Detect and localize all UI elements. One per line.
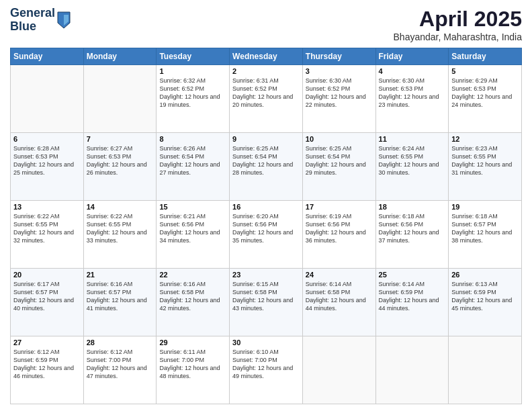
day-cell <box>449 336 522 404</box>
day-cell: 5Sunrise: 6:29 AM Sunset: 6:53 PM Daylig… <box>449 65 522 133</box>
day-number: 3 <box>306 67 373 75</box>
day-info: Sunrise: 6:30 AM Sunset: 6:52 PM Dayligh… <box>306 77 373 109</box>
day-cell: 30Sunrise: 6:10 AM Sunset: 7:00 PM Dayli… <box>230 336 303 404</box>
day-number: 18 <box>379 203 446 211</box>
day-info: Sunrise: 6:31 AM Sunset: 6:52 PM Dayligh… <box>232 77 300 109</box>
day-cell: 13Sunrise: 6:22 AM Sunset: 6:55 PM Dayli… <box>11 201 84 269</box>
day-cell <box>375 336 449 404</box>
day-cell: 14Sunrise: 6:22 AM Sunset: 6:55 PM Dayli… <box>83 201 157 269</box>
day-info: Sunrise: 6:26 AM Sunset: 6:54 PM Dayligh… <box>159 144 226 177</box>
logo-line1: General <box>10 7 55 20</box>
day-number: 8 <box>159 135 226 143</box>
page: General Blue April 2025 Bhayandar, Mahar… <box>0 0 532 411</box>
day-info: Sunrise: 6:16 AM Sunset: 6:57 PM Dayligh… <box>87 280 154 313</box>
day-number: 28 <box>87 338 154 347</box>
day-info: Sunrise: 6:19 AM Sunset: 6:56 PM Dayligh… <box>306 212 373 245</box>
weekday-header-row: SundayMondayTuesdayWednesdayThursdayFrid… <box>11 48 522 65</box>
day-info: Sunrise: 6:17 AM Sunset: 6:57 PM Dayligh… <box>13 280 81 313</box>
day-number: 2 <box>232 67 300 75</box>
logo-line2: Blue <box>10 20 55 34</box>
day-number: 27 <box>13 338 81 347</box>
day-info: Sunrise: 6:22 AM Sunset: 6:55 PM Dayligh… <box>13 212 81 245</box>
day-cell: 11Sunrise: 6:24 AM Sunset: 6:55 PM Dayli… <box>375 133 449 201</box>
day-number: 9 <box>232 135 300 143</box>
day-info: Sunrise: 6:18 AM Sunset: 6:56 PM Dayligh… <box>379 212 446 245</box>
day-number: 15 <box>159 203 226 211</box>
day-number: 10 <box>306 135 373 143</box>
day-number: 11 <box>379 135 446 143</box>
day-number: 21 <box>87 271 154 279</box>
day-cell: 24Sunrise: 6:14 AM Sunset: 6:58 PM Dayli… <box>302 269 375 336</box>
weekday-header-tuesday: Tuesday <box>157 48 230 65</box>
week-row-4: 20Sunrise: 6:17 AM Sunset: 6:57 PM Dayli… <box>11 269 522 336</box>
day-number: 30 <box>232 338 300 347</box>
weekday-header-sunday: Sunday <box>11 48 84 65</box>
day-info: Sunrise: 6:22 AM Sunset: 6:55 PM Dayligh… <box>87 212 154 245</box>
logo-icon <box>56 11 71 30</box>
day-cell: 3Sunrise: 6:30 AM Sunset: 6:52 PM Daylig… <box>302 65 375 133</box>
subtitle: Bhayandar, Maharashtra, India <box>394 32 522 42</box>
weekday-header-monday: Monday <box>83 48 157 65</box>
logo-text: General Blue <box>10 7 55 34</box>
day-info: Sunrise: 6:23 AM Sunset: 6:55 PM Dayligh… <box>451 144 519 177</box>
day-info: Sunrise: 6:11 AM Sunset: 7:00 PM Dayligh… <box>159 348 226 381</box>
day-number: 1 <box>159 67 226 75</box>
day-info: Sunrise: 6:28 AM Sunset: 6:53 PM Dayligh… <box>13 144 81 177</box>
day-info: Sunrise: 6:16 AM Sunset: 6:58 PM Dayligh… <box>159 280 226 313</box>
day-info: Sunrise: 6:12 AM Sunset: 6:59 PM Dayligh… <box>13 348 81 381</box>
day-number: 14 <box>87 203 154 211</box>
weekday-header-saturday: Saturday <box>449 48 522 65</box>
day-number: 16 <box>232 203 300 211</box>
day-cell: 16Sunrise: 6:20 AM Sunset: 6:56 PM Dayli… <box>230 201 303 269</box>
day-number: 22 <box>159 271 226 279</box>
day-number: 13 <box>13 203 81 211</box>
day-cell: 21Sunrise: 6:16 AM Sunset: 6:57 PM Dayli… <box>83 269 157 336</box>
day-number: 4 <box>379 67 446 75</box>
day-cell: 10Sunrise: 6:25 AM Sunset: 6:54 PM Dayli… <box>302 133 375 201</box>
day-cell: 4Sunrise: 6:30 AM Sunset: 6:53 PM Daylig… <box>375 65 449 133</box>
day-number: 23 <box>232 271 300 279</box>
day-cell: 8Sunrise: 6:26 AM Sunset: 6:54 PM Daylig… <box>157 133 230 201</box>
day-number: 20 <box>13 271 81 279</box>
day-number: 17 <box>306 203 373 211</box>
day-info: Sunrise: 6:25 AM Sunset: 6:54 PM Dayligh… <box>306 144 373 177</box>
day-cell: 22Sunrise: 6:16 AM Sunset: 6:58 PM Dayli… <box>157 269 230 336</box>
day-cell: 2Sunrise: 6:31 AM Sunset: 6:52 PM Daylig… <box>230 65 303 133</box>
day-cell: 7Sunrise: 6:27 AM Sunset: 6:53 PM Daylig… <box>83 133 157 201</box>
day-cell: 1Sunrise: 6:32 AM Sunset: 6:52 PM Daylig… <box>157 65 230 133</box>
day-cell: 19Sunrise: 6:18 AM Sunset: 6:57 PM Dayli… <box>449 201 522 269</box>
day-cell <box>11 65 84 133</box>
day-cell: 17Sunrise: 6:19 AM Sunset: 6:56 PM Dayli… <box>302 201 375 269</box>
day-info: Sunrise: 6:32 AM Sunset: 6:52 PM Dayligh… <box>159 77 226 109</box>
day-cell <box>302 336 375 404</box>
day-cell: 15Sunrise: 6:21 AM Sunset: 6:56 PM Dayli… <box>157 201 230 269</box>
day-number: 6 <box>13 135 81 143</box>
day-cell: 26Sunrise: 6:13 AM Sunset: 6:59 PM Dayli… <box>449 269 522 336</box>
day-info: Sunrise: 6:25 AM Sunset: 6:54 PM Dayligh… <box>232 144 300 177</box>
calendar-table: SundayMondayTuesdayWednesdayThursdayFrid… <box>10 48 522 404</box>
day-info: Sunrise: 6:27 AM Sunset: 6:53 PM Dayligh… <box>87 144 154 177</box>
logo: General Blue <box>10 7 71 34</box>
day-cell: 29Sunrise: 6:11 AM Sunset: 7:00 PM Dayli… <box>157 336 230 404</box>
day-cell: 18Sunrise: 6:18 AM Sunset: 6:56 PM Dayli… <box>375 201 449 269</box>
day-number: 24 <box>306 271 373 279</box>
day-info: Sunrise: 6:24 AM Sunset: 6:55 PM Dayligh… <box>379 144 446 177</box>
day-number: 26 <box>451 271 519 279</box>
day-cell: 20Sunrise: 6:17 AM Sunset: 6:57 PM Dayli… <box>11 269 84 336</box>
day-number: 19 <box>451 203 519 211</box>
day-cell: 28Sunrise: 6:12 AM Sunset: 7:00 PM Dayli… <box>83 336 157 404</box>
day-cell: 9Sunrise: 6:25 AM Sunset: 6:54 PM Daylig… <box>230 133 303 201</box>
day-cell <box>83 65 157 133</box>
day-info: Sunrise: 6:12 AM Sunset: 7:00 PM Dayligh… <box>87 348 154 381</box>
day-info: Sunrise: 6:15 AM Sunset: 6:58 PM Dayligh… <box>232 280 300 313</box>
day-number: 29 <box>159 338 226 347</box>
day-cell: 27Sunrise: 6:12 AM Sunset: 6:59 PM Dayli… <box>11 336 84 404</box>
day-cell: 23Sunrise: 6:15 AM Sunset: 6:58 PM Dayli… <box>230 269 303 336</box>
week-row-5: 27Sunrise: 6:12 AM Sunset: 6:59 PM Dayli… <box>11 336 522 404</box>
day-info: Sunrise: 6:30 AM Sunset: 6:53 PM Dayligh… <box>379 77 446 109</box>
week-row-3: 13Sunrise: 6:22 AM Sunset: 6:55 PM Dayli… <box>11 201 522 269</box>
day-number: 5 <box>451 67 519 75</box>
day-info: Sunrise: 6:21 AM Sunset: 6:56 PM Dayligh… <box>159 212 226 245</box>
day-cell: 6Sunrise: 6:28 AM Sunset: 6:53 PM Daylig… <box>11 133 84 201</box>
week-row-1: 1Sunrise: 6:32 AM Sunset: 6:52 PM Daylig… <box>11 65 522 133</box>
